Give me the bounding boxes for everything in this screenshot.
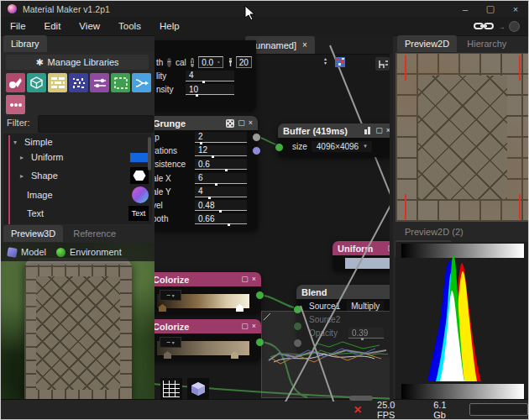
text-icon: Text bbox=[128, 206, 149, 221]
buffer-node[interactable]: Buffer (419ms) ▢ × size 4096×4096 ▾ bbox=[278, 123, 393, 157]
node-graph[interactable]: th − cal 1 0.0 ◔ 20 lity 4 nsity 10 bbox=[155, 35, 393, 402]
tab-hierarchy[interactable]: Hierarchy bbox=[459, 35, 514, 52]
buffer-size-dropdown[interactable]: 4096×4096 ▾ bbox=[312, 141, 372, 152]
image-icon bbox=[132, 186, 149, 203]
grunge-node[interactable]: Grunge ▢ × rp2 rations12 rsistence0.6 al… bbox=[155, 116, 258, 231]
quality-field[interactable]: 4 bbox=[186, 71, 234, 81]
graph-hscrollbar[interactable] bbox=[349, 396, 373, 401]
library-filter-merge-icon[interactable] bbox=[132, 73, 151, 92]
library-filter-noise-icon[interactable] bbox=[69, 73, 88, 92]
bricks-thumbnail[interactable] bbox=[160, 378, 182, 400]
menu-tools[interactable]: Tools bbox=[109, 21, 150, 31]
preview-toggle-icon[interactable]: ▢ bbox=[241, 323, 249, 330]
tree-item-image[interactable]: Image bbox=[27, 186, 149, 203]
library-panel: ✱ Manage Libraries Filter: bbox=[1, 52, 155, 225]
hierarchy-layout-button[interactable] bbox=[375, 57, 390, 71]
iterations-field[interactable]: 12 bbox=[195, 145, 247, 156]
clipped-top-node[interactable]: th − cal 1 0.0 ◔ 20 lity 4 nsity 10 bbox=[155, 40, 256, 111]
library-filter-filter-icon[interactable] bbox=[90, 73, 109, 92]
close-button[interactable]: × bbox=[503, 1, 528, 17]
tree-item-simple[interactable]: ▾ Simple bbox=[13, 137, 149, 147]
library-filter-3d-icon[interactable] bbox=[27, 73, 46, 92]
spin-stepper[interactable]: ▴▾ bbox=[324, 57, 327, 66]
smooth-field[interactable]: 0.66 bbox=[195, 213, 247, 224]
spinbox-20[interactable]: 20 bbox=[236, 56, 252, 68]
histogram-chart bbox=[395, 242, 529, 402]
gradient-cursor[interactable] bbox=[159, 304, 166, 312]
tree-item-text[interactable]: Text Text bbox=[27, 206, 149, 221]
environment-button[interactable]: Environment bbox=[56, 247, 122, 257]
menu-file[interactable]: File bbox=[1, 21, 35, 31]
preview2d-viewport[interactable] bbox=[395, 53, 529, 222]
gradient-interpolation-button[interactable]: ~▾ bbox=[160, 290, 181, 301]
grunge-output-port[interactable] bbox=[252, 133, 261, 142]
model-button[interactable]: Model bbox=[8, 247, 46, 257]
minimize-button[interactable]: – bbox=[453, 1, 478, 17]
library-scrollbar[interactable] bbox=[148, 137, 151, 171]
density-field[interactable]: 10 bbox=[186, 84, 234, 95]
randomize-dice-icon[interactable] bbox=[226, 119, 234, 128]
tab-preview2d[interactable]: Preview2D bbox=[397, 35, 457, 52]
preview-toggle-icon[interactable]: ▢ bbox=[238, 119, 245, 127]
tree-item-shape[interactable]: ▸ Shape bbox=[20, 167, 149, 184]
preview3d-viewport[interactable]: Model Environment bbox=[1, 243, 155, 402]
node-close-icon[interactable]: × bbox=[249, 119, 253, 127]
error-icon[interactable]: ✕ bbox=[354, 404, 362, 416]
tab-library[interactable]: Library bbox=[3, 35, 47, 52]
persistence-field[interactable]: 0.6 bbox=[195, 159, 247, 170]
preview2d-tabbar: Preview2D Hierarchy bbox=[395, 35, 514, 52]
menu-edit[interactable]: Edit bbox=[35, 21, 71, 31]
gradient-cursor[interactable] bbox=[164, 351, 171, 359]
node-close-icon[interactable]: × bbox=[252, 323, 256, 330]
grunge-output-port-2[interactable] bbox=[252, 146, 261, 155]
tree-accent-bar bbox=[8, 135, 10, 224]
chevron-down-icon[interactable]: ▾ bbox=[13, 139, 21, 146]
scale-y-field[interactable]: 4 bbox=[195, 186, 247, 197]
gradient-cursor[interactable] bbox=[231, 351, 238, 359]
filter-input[interactable] bbox=[38, 115, 154, 133]
library-filter-select-icon[interactable] bbox=[111, 73, 130, 92]
buffer-input-port[interactable] bbox=[275, 143, 284, 152]
chevron-right-icon[interactable]: ▸ bbox=[20, 172, 28, 180]
colorize1-output-port[interactable] bbox=[255, 291, 264, 300]
manage-libraries-button[interactable]: ✱ Manage Libraries bbox=[6, 55, 149, 70]
cube-thumbnail[interactable] bbox=[187, 378, 209, 400]
library-filter-more-icon[interactable] bbox=[6, 95, 25, 114]
colorize-node-1[interactable]: Colorize ▢ × ~▾ bbox=[155, 272, 261, 314]
tab-preview3d[interactable]: Preview3D bbox=[3, 225, 63, 242]
scale-x-field[interactable]: 6 bbox=[195, 173, 247, 184]
warp-field[interactable]: 2 bbox=[195, 132, 247, 143]
uniform-color-swatch[interactable] bbox=[345, 258, 393, 269]
library-tree: ▾ Simple ▸ Uniform ▸ Shape Image Text Te… bbox=[3, 134, 152, 224]
chevron-right-icon[interactable]: ▸ bbox=[20, 154, 28, 161]
preview-toggle-icon[interactable]: ▢ bbox=[375, 127, 383, 134]
menu-help[interactable]: Help bbox=[150, 21, 189, 31]
gradient-interpolation-button[interactable]: ~▾ bbox=[160, 337, 181, 348]
tab-preview2d-2[interactable]: Preview2D (2) bbox=[397, 223, 471, 240]
node-close-icon[interactable]: × bbox=[252, 276, 256, 283]
snap-icon[interactable] bbox=[228, 57, 232, 68]
maximize-button[interactable]: ▢ bbox=[478, 1, 503, 17]
tab-reference[interactable]: Reference bbox=[65, 225, 123, 242]
title-bar[interactable]: Material Maker v1.2p1 – ▢ × bbox=[1, 1, 528, 17]
asterisk-icon: ✱ bbox=[35, 57, 43, 68]
minimap-resize-handle[interactable] bbox=[264, 313, 270, 320]
one-circle-icon[interactable]: 1 bbox=[191, 58, 194, 67]
tilemap-icon[interactable] bbox=[334, 56, 346, 68]
library-filter-generators-icon[interactable] bbox=[6, 73, 25, 92]
minus-circle-icon[interactable]: − bbox=[167, 58, 171, 67]
menu-view[interactable]: View bbox=[70, 21, 109, 31]
status-bar: ✕ 25.0 FPS 6.1 Gb bbox=[1, 399, 528, 419]
graph-vscrollbar[interactable] bbox=[390, 54, 393, 402]
preview-toggle-icon[interactable]: ▢ bbox=[241, 276, 249, 283]
uniform-node[interactable]: Uniform ▢ bbox=[333, 241, 393, 271]
colorize-node-2[interactable]: Colorize ▢ × ~▾ bbox=[155, 319, 261, 361]
library-filter-pattern-icon[interactable] bbox=[48, 73, 67, 92]
link-icon[interactable] bbox=[474, 21, 494, 31]
tree-item-uniform[interactable]: ▸ Uniform bbox=[20, 152, 149, 162]
gradient-cursor[interactable] bbox=[236, 304, 244, 312]
level-field[interactable]: 0.48 bbox=[195, 200, 247, 211]
blend-mode-dropdown[interactable]: Multiply bbox=[347, 301, 384, 312]
spinbox-0[interactable]: 0.0 ◔ bbox=[198, 56, 223, 68]
graph-minimap[interactable] bbox=[261, 311, 393, 398]
